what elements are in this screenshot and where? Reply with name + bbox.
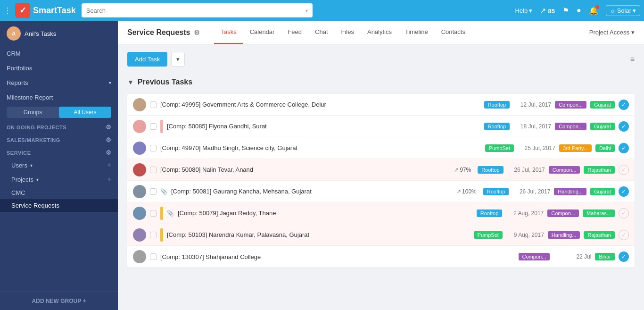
task-tag-category[interactable]: Handling...: [548, 231, 580, 239]
task-tag-category[interactable]: Compon...: [549, 166, 580, 174]
search-input[interactable]: [86, 7, 305, 14]
task-group-header: ▼ Previous Tasks: [127, 74, 635, 90]
task-checkbox[interactable]: [150, 167, 157, 173]
sidebar-item-cmc[interactable]: CMC: [0, 186, 118, 199]
task-tag-category[interactable]: Handling...: [554, 188, 586, 195]
task-tag-type[interactable]: Rooftop: [484, 123, 510, 130]
grid-icon[interactable]: ⋮: [4, 6, 11, 15]
task-pending-icon[interactable]: ✓: [619, 230, 629, 240]
task-tag-region[interactable]: Gujarat: [590, 188, 615, 195]
pin-icon[interactable]: ⚑: [562, 6, 569, 15]
ongoing-gear-icon[interactable]: ⚙: [106, 124, 112, 131]
sidebar-user[interactable]: A Anil's Tasks: [0, 21, 118, 46]
sidebar-item-service-requests[interactable]: Service Requests: [0, 199, 118, 212]
sidebar-item-reports[interactable]: Reports ▾: [0, 75, 118, 90]
sidebar-item-users[interactable]: Users ▾ +: [0, 158, 118, 172]
task-tag-type[interactable]: Rooftop: [484, 101, 510, 109]
task-checkbox[interactable]: [150, 253, 157, 260]
task-tag-region[interactable]: Gujarat: [590, 123, 615, 130]
location-icon[interactable]: ●: [577, 6, 581, 15]
trending-icon[interactable]: ↗ 85: [540, 6, 555, 15]
notification-icon[interactable]: 🔔: [589, 6, 598, 15]
task-tag-category[interactable]: Bihar: [595, 253, 615, 260]
search-dropdown-arrow[interactable]: ▾: [305, 8, 308, 13]
tab-feed[interactable]: Feed: [281, 21, 308, 44]
task-tag-category[interactable]: 3rd Party...: [559, 144, 592, 152]
task-tag-type[interactable]: Compon...: [519, 253, 550, 260]
task-row[interactable]: 📎[Comp: 50081] Gaurang Kancha, Mehsana, …: [127, 181, 635, 202]
task-name[interactable]: [Comp: 130307] Shahjanand College: [160, 253, 515, 260]
service-gear-icon[interactable]: ⚙: [106, 149, 112, 156]
task-name[interactable]: [Comp: 50103] Narendra Kumar, Palavasna,…: [167, 231, 470, 238]
task-checkbox[interactable]: [150, 123, 157, 130]
help-button[interactable]: Help ▾: [515, 7, 532, 14]
task-row[interactable]: [Comp: 50103] Narendra Kumar, Palavasna,…: [127, 224, 635, 246]
task-dropdown-button[interactable]: ▾: [171, 52, 185, 67]
sales-gear-icon[interactable]: ⚙: [106, 136, 112, 143]
task-checkbox[interactable]: [150, 101, 157, 108]
task-checkbox[interactable]: [150, 210, 157, 217]
task-done-icon[interactable]: ✓: [619, 251, 629, 262]
search-bar[interactable]: ▾: [82, 3, 313, 17]
task-tag-category[interactable]: Compon...: [555, 101, 586, 109]
users-add-icon[interactable]: +: [107, 161, 111, 169]
task-row[interactable]: [Comp: 49995] Government Arts & Commerce…: [127, 94, 635, 116]
task-tag-region[interactable]: Gujarat: [590, 101, 615, 109]
task-done-icon[interactable]: ✓: [619, 186, 629, 197]
tab-files[interactable]: Files: [335, 21, 361, 44]
task-row[interactable]: [Comp: 130307] Shahjanand CollegeCompon.…: [127, 246, 635, 268]
task-tag-category[interactable]: Compon...: [547, 209, 579, 217]
task-tag-region[interactable]: Rajasthan: [584, 166, 615, 174]
sidebar-item-projects[interactable]: Projects ▾ +: [0, 172, 118, 186]
task-done-icon[interactable]: ✓: [619, 121, 629, 132]
task-tag-type[interactable]: Rooftop: [478, 166, 504, 174]
task-tag-category[interactable]: Compon...: [555, 123, 586, 130]
task-checkbox[interactable]: [150, 232, 157, 238]
task-name[interactable]: [Comp: 50080] Nalin Tevar, Anand: [160, 166, 450, 173]
task-tag-type[interactable]: PumpSet: [485, 144, 514, 152]
task-name[interactable]: [Comp: 50081] Gaurang Kancha, Mehsana, G…: [171, 188, 453, 195]
tab-timeline[interactable]: Timeline: [398, 21, 435, 44]
solar-button[interactable]: ☼ Solar ▾: [606, 5, 640, 16]
sidebar-item-portfolios[interactable]: Portfolios: [0, 61, 118, 75]
task-pending-icon[interactable]: ✓: [619, 208, 629, 218]
collapse-arrow[interactable]: ▼: [127, 78, 134, 86]
project-access-button[interactable]: Project Access ▾: [589, 29, 635, 36]
add-task-button[interactable]: Add Task: [127, 52, 167, 67]
tab-contacts[interactable]: Contacts: [435, 21, 472, 44]
tab-tasks[interactable]: Tasks: [214, 21, 243, 44]
task-tag-region[interactable]: Rajasthan: [584, 231, 615, 239]
task-done-icon[interactable]: ✓: [619, 100, 629, 110]
user-name: Anil's Tasks: [25, 30, 56, 37]
task-tag-type[interactable]: PumpSet: [474, 231, 503, 239]
app-name: SmartTask: [33, 6, 76, 16]
task-row[interactable]: [Comp: 49970] Madhu Singh, Science city,…: [127, 137, 635, 159]
project-settings-icon[interactable]: ⚙: [194, 29, 200, 36]
task-tag-region[interactable]: Maharas...: [583, 209, 615, 217]
groups-tab[interactable]: Groups: [7, 107, 59, 118]
tab-chat[interactable]: Chat: [308, 21, 334, 44]
task-tag-type[interactable]: Rooftop: [483, 188, 509, 195]
sidebar-item-milestone-report[interactable]: Milestone Report: [0, 90, 118, 105]
task-name[interactable]: [Comp: 49970] Madhu Singh, Science city,…: [160, 144, 481, 151]
task-checkbox[interactable]: [150, 145, 157, 151]
task-done-icon[interactable]: ✓: [619, 143, 629, 153]
tab-calendar[interactable]: Calendar: [243, 21, 281, 44]
sidebar-item-crm[interactable]: CRM: [0, 46, 118, 61]
task-checkbox[interactable]: [150, 188, 157, 195]
all-users-tab[interactable]: All Users: [59, 107, 111, 118]
add-new-group-button[interactable]: ADD NEW GROUP +: [0, 292, 118, 310]
task-row[interactable]: [Comp: 50085] Fiyona Gandhi, SuratRoofto…: [127, 116, 635, 137]
task-name[interactable]: [Comp: 50085] Fiyona Gandhi, Surat: [167, 123, 480, 130]
tab-analytics[interactable]: Analytics: [361, 21, 398, 44]
task-row[interactable]: [Comp: 50080] Nalin Tevar, Anand↗97%Roof…: [127, 159, 635, 181]
task-pending-icon[interactable]: ✓: [619, 165, 629, 175]
task-tag-region[interactable]: Delhi: [595, 144, 615, 152]
filter-icon[interactable]: ≡: [630, 55, 635, 64]
projects-add-icon[interactable]: +: [107, 175, 111, 184]
task-name[interactable]: [Comp: 50079] Jagan Reddy, Thane: [178, 209, 473, 217]
attachment-icon: 📎: [167, 210, 174, 217]
task-row[interactable]: 📎[Comp: 50079] Jagan Reddy, ThaneRooftop…: [127, 202, 635, 224]
task-name[interactable]: [Comp: 49995] Government Arts & Commerce…: [160, 101, 480, 108]
task-tag-type[interactable]: Rooftop: [477, 209, 503, 217]
